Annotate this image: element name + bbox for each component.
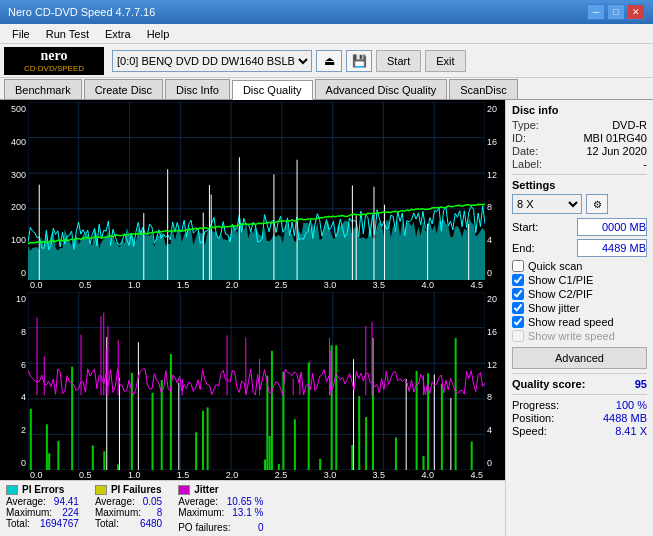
disc-type-row: Type: DVD-R xyxy=(512,119,647,131)
disc-date-row: Date: 12 Jun 2020 xyxy=(512,145,647,157)
minimize-button[interactable]: ─ xyxy=(587,4,605,20)
disc-label-row: Label: - xyxy=(512,158,647,170)
divider-1 xyxy=(512,174,647,175)
show-c1pie-row: Show C1/PIE xyxy=(512,274,647,286)
start-field-row: Start: xyxy=(512,218,647,236)
chart1-x-axis: 0.0 0.5 1.0 1.5 2.0 2.5 3.0 3.5 4.0 4.5 xyxy=(28,280,485,290)
logo: nero CD·DVD/SPEED xyxy=(4,47,104,75)
chart1-wrapper: 500 400 300 200 100 0 20 16 12 8 4 0 xyxy=(0,102,505,280)
pi-failures-stats: PI Failures Average: 0.05 Maximum: 8 Tot… xyxy=(95,484,162,533)
show-read-speed-row: Show read speed xyxy=(512,316,647,328)
speed-settings-row: 8 X ⚙ xyxy=(512,194,647,214)
end-field-row: End: xyxy=(512,239,647,257)
pi-failures-header: PI Failures xyxy=(95,484,162,495)
pi-errors-stats: PI Errors Average: 94.41 Maximum: 224 To… xyxy=(6,484,79,533)
chart2-x-axis: 0.0 0.5 1.0 1.5 2.0 2.5 3.0 3.5 4.0 4.5 xyxy=(28,470,485,480)
speed-select[interactable]: 8 X xyxy=(512,194,582,214)
tab-create-disc[interactable]: Create Disc xyxy=(84,79,163,99)
pi-errors-legend-box xyxy=(6,485,18,495)
jitter-avg-row: Average: 10.65 % xyxy=(178,496,263,507)
app-title: Nero CD-DVD Speed 4.7.7.16 xyxy=(8,6,587,18)
drive-select[interactable]: [0:0] BENQ DVD DD DW1640 BSLB xyxy=(112,50,312,72)
chart2-y-right: 20 16 12 8 4 0 xyxy=(485,292,505,470)
position-row: Position: 4488 MB xyxy=(512,412,647,424)
chart1-y-left: 500 400 300 200 100 0 xyxy=(0,102,28,280)
show-read-speed-checkbox[interactable] xyxy=(512,316,524,328)
progress-section: Progress: 100 % Position: 4488 MB Speed:… xyxy=(512,399,647,437)
nero-logo-text: nero xyxy=(24,48,84,64)
pi-errors-avg-row: Average: 94.41 xyxy=(6,496,79,507)
tab-disc-quality[interactable]: Disc Quality xyxy=(232,80,313,100)
menu-file[interactable]: File xyxy=(4,26,38,42)
show-c2pif-row: Show C2/PIF xyxy=(512,288,647,300)
menu-run-test[interactable]: Run Test xyxy=(38,26,97,42)
menu-extra[interactable]: Extra xyxy=(97,26,139,42)
jitter-stats: Jitter Average: 10.65 % Maximum: 13.1 % … xyxy=(178,484,263,533)
tab-benchmark[interactable]: Benchmark xyxy=(4,79,82,99)
show-jitter-row: Show jitter xyxy=(512,302,647,314)
pi-errors-header: PI Errors xyxy=(6,484,79,495)
chart1-container: 500 400 300 200 100 0 20 16 12 8 4 0 xyxy=(0,100,505,290)
save-icon-button[interactable]: 💾 xyxy=(346,50,372,72)
stats-bar: PI Errors Average: 94.41 Maximum: 224 To… xyxy=(0,480,505,536)
eject-icon-button[interactable]: ⏏ xyxy=(316,50,342,72)
end-input[interactable] xyxy=(577,239,647,257)
speed-row: Speed: 8.41 X xyxy=(512,425,647,437)
chart2-container: 10 8 6 4 2 0 20 16 12 8 4 0 xyxy=(0,290,505,480)
menu-bar: File Run Test Extra Help xyxy=(0,24,653,44)
title-bar: Nero CD-DVD Speed 4.7.7.16 ─ □ ✕ xyxy=(0,0,653,24)
show-c2pif-checkbox[interactable] xyxy=(512,288,524,300)
jitter-max-row: Maximum: 13.1 % xyxy=(178,507,263,518)
quality-score-row: Quality score: 95 xyxy=(512,378,647,390)
disc-id-row: ID: MBI 01RG40 xyxy=(512,132,647,144)
tab-bar: Benchmark Create Disc Disc Info Disc Qua… xyxy=(0,78,653,100)
divider-2 xyxy=(512,373,647,374)
window-controls: ─ □ ✕ xyxy=(587,4,645,20)
quick-scan-checkbox[interactable] xyxy=(512,260,524,272)
right-panel: Disc info Type: DVD-R ID: MBI 01RG40 Dat… xyxy=(505,100,653,536)
exit-button[interactable]: Exit xyxy=(425,50,465,72)
nero-sub-text: CD·DVD/SPEED xyxy=(24,64,84,73)
pi-failures-avg-row: Average: 0.05 xyxy=(95,496,162,507)
start-button[interactable]: Start xyxy=(376,50,421,72)
pi-failures-max-row: Maximum: 8 xyxy=(95,507,162,518)
chart1-y-right: 20 16 12 8 4 0 xyxy=(485,102,505,280)
settings-title: Settings xyxy=(512,179,647,191)
pi-failures-legend-box xyxy=(95,485,107,495)
divider-3 xyxy=(512,394,647,395)
main-content: 500 400 300 200 100 0 20 16 12 8 4 0 xyxy=(0,100,653,536)
jitter-legend-box xyxy=(178,485,190,495)
show-write-speed-checkbox[interactable] xyxy=(512,330,524,342)
chart1-inner xyxy=(28,102,485,280)
charts-panel: 500 400 300 200 100 0 20 16 12 8 4 0 xyxy=(0,100,505,536)
chart2-wrapper: 10 8 6 4 2 0 20 16 12 8 4 0 xyxy=(0,292,505,470)
show-c1pie-checkbox[interactable] xyxy=(512,274,524,286)
disc-info-title: Disc info xyxy=(512,104,647,116)
show-write-speed-row: Show write speed xyxy=(512,330,647,342)
pi-errors-total-row: Total: 1694767 xyxy=(6,518,79,529)
show-jitter-checkbox[interactable] xyxy=(512,302,524,314)
settings-icon-button[interactable]: ⚙ xyxy=(586,194,608,214)
toolbar: nero CD·DVD/SPEED [0:0] BENQ DVD DD DW16… xyxy=(0,44,653,78)
tab-scandisc[interactable]: ScanDisc xyxy=(449,79,517,99)
chart2-inner xyxy=(28,292,485,470)
advanced-button[interactable]: Advanced xyxy=(512,347,647,369)
quick-scan-row: Quick scan xyxy=(512,260,647,272)
jitter-header: Jitter xyxy=(178,484,263,495)
progress-row: Progress: 100 % xyxy=(512,399,647,411)
tab-advanced-disc-quality[interactable]: Advanced Disc Quality xyxy=(315,79,448,99)
maximize-button[interactable]: □ xyxy=(607,4,625,20)
po-failures-row: PO failures: 0 xyxy=(178,522,263,533)
pi-errors-max-row: Maximum: 224 xyxy=(6,507,79,518)
start-input[interactable] xyxy=(577,218,647,236)
chart2-y-left: 10 8 6 4 2 0 xyxy=(0,292,28,470)
pi-failures-total-row: Total: 6480 xyxy=(95,518,162,529)
close-button[interactable]: ✕ xyxy=(627,4,645,20)
tab-disc-info[interactable]: Disc Info xyxy=(165,79,230,99)
menu-help[interactable]: Help xyxy=(139,26,178,42)
